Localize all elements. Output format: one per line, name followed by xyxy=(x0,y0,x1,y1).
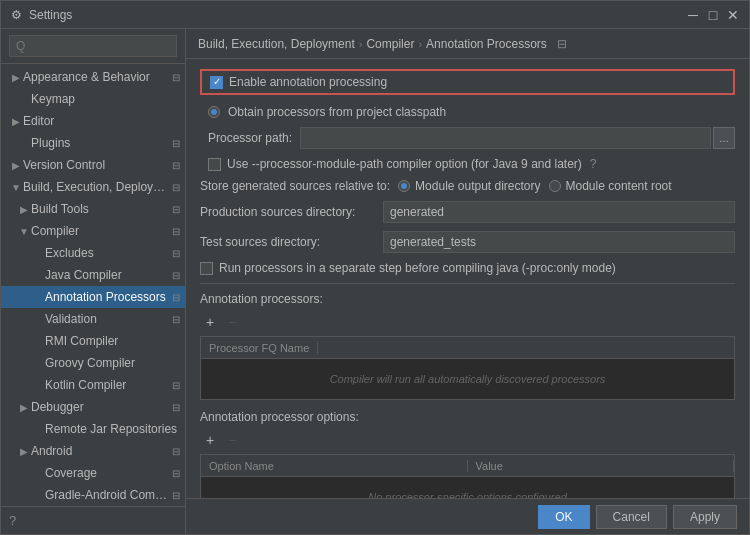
obtain-processors-label: Obtain processors from project classpath xyxy=(228,105,446,119)
annotation-processor-options-toolbar: + − xyxy=(200,430,735,450)
annotation-processors-table: Processor FQ Name Compiler will run all … xyxy=(200,336,735,400)
sidebar-item-rmi-compiler[interactable]: ▶ RMI Compiler xyxy=(1,330,185,352)
sidebar-item-coverage[interactable]: ▶ Coverage ⊟ xyxy=(1,462,185,484)
settings-ext-icon: ⊟ xyxy=(169,444,183,458)
store-generated-row: Store generated sources relative to: Mod… xyxy=(200,179,735,193)
arrow-icon: ▶ xyxy=(9,114,23,128)
cancel-button[interactable]: Cancel xyxy=(596,505,667,529)
annotation-processor-options-hint: No processor-specific options configured xyxy=(368,491,567,498)
value-header: Value xyxy=(468,460,735,472)
enable-annotation-checkbox-group: Enable annotation processing xyxy=(210,75,387,89)
processor-path-input[interactable] xyxy=(300,127,711,149)
module-content-radio[interactable] xyxy=(549,180,561,192)
annotation-processors-hint: Compiler will run all automatically disc… xyxy=(330,373,606,385)
title-bar: ⚙ Settings ─ □ ✕ xyxy=(1,1,749,29)
settings-ext-icon: ⊟ xyxy=(169,180,183,194)
settings-ext-icon: ⊟ xyxy=(169,268,183,282)
sidebar-item-excludes[interactable]: ▶ Excludes ⊟ xyxy=(1,242,185,264)
remove-option-button[interactable]: − xyxy=(222,430,242,450)
sidebar-item-debugger[interactable]: ▶ Debugger ⊟ xyxy=(1,396,185,418)
run-processors-row: Run processors in a separate step before… xyxy=(200,261,735,275)
settings-ext-icon: ⊟ xyxy=(169,246,183,260)
sidebar-item-kotlin-compiler[interactable]: ▶ Kotlin Compiler ⊟ xyxy=(1,374,185,396)
settings-ext-icon: ⊟ xyxy=(169,224,183,238)
settings-ext-icon: ⊟ xyxy=(169,136,183,150)
annotation-processors-toolbar: + − xyxy=(200,312,735,332)
add-processor-button[interactable]: + xyxy=(200,312,220,332)
sidebar-item-remote-jar[interactable]: ▶ Remote Jar Repositories xyxy=(1,418,185,440)
remove-processor-button[interactable]: − xyxy=(222,312,242,332)
annotation-processor-options-table-body: No processor-specific options configured xyxy=(201,477,734,498)
annotation-processors-section-label: Annotation processors: xyxy=(200,292,735,306)
sidebar-item-android[interactable]: ▶ Android ⊟ xyxy=(1,440,185,462)
sidebar-item-appearance[interactable]: ▶ Appearance & Behavior ⊟ xyxy=(1,66,185,88)
panel-content: Enable annotation processing Obtain proc… xyxy=(186,59,749,498)
help-icon[interactable]: ? xyxy=(9,513,16,528)
module-output-label: Module output directory xyxy=(415,179,540,193)
window-icon: ⚙ xyxy=(9,8,23,22)
sidebar-item-editor[interactable]: ▶ Editor xyxy=(1,110,185,132)
sidebar-bottom: ? xyxy=(1,506,185,534)
module-path-checkbox[interactable] xyxy=(208,158,221,171)
settings-ext-icon: ⊟ xyxy=(169,400,183,414)
arrow-icon: ▶ xyxy=(9,158,23,172)
ok-button[interactable]: OK xyxy=(538,505,589,529)
settings-ext-icon: ⊟ xyxy=(169,202,183,216)
run-processors-label: Run processors in a separate step before… xyxy=(219,261,616,275)
processor-path-browse-btn[interactable]: … xyxy=(713,127,735,149)
settings-ext-icon: ⊟ xyxy=(169,378,183,392)
search-input[interactable] xyxy=(9,35,177,57)
sidebar-item-gradle-android[interactable]: ▶ Gradle-Android Compiler ⊟ xyxy=(1,484,185,506)
module-output-radio-item[interactable]: Module output directory xyxy=(398,179,540,193)
processor-fq-name-header: Processor FQ Name xyxy=(201,342,318,354)
module-content-label: Module content root xyxy=(566,179,672,193)
sidebar-item-annotation-processors[interactable]: ▶ Annotation Processors ⊟ xyxy=(1,286,185,308)
sidebar-item-plugins[interactable]: ▶ Plugins ⊟ xyxy=(1,132,185,154)
sidebar-item-compiler[interactable]: ▼ Compiler ⊟ xyxy=(1,220,185,242)
sidebar-item-java-compiler[interactable]: ▶ Java Compiler ⊟ xyxy=(1,264,185,286)
settings-ext-icon: ⊟ xyxy=(169,158,183,172)
annotation-processors-table-body: Compiler will run all automatically disc… xyxy=(201,359,734,399)
test-sources-row: Test sources directory: xyxy=(200,231,735,253)
test-sources-input[interactable] xyxy=(383,231,735,253)
sidebar-item-groovy-compiler[interactable]: ▶ Groovy Compiler xyxy=(1,352,185,374)
add-option-button[interactable]: + xyxy=(200,430,220,450)
settings-ext-icon: ⊟ xyxy=(169,466,183,480)
sidebar-item-build-exec[interactable]: ▼ Build, Execution, Deployment ⊟ xyxy=(1,176,185,198)
enable-annotation-row: Enable annotation processing xyxy=(200,69,735,95)
help-icon[interactable]: ? xyxy=(590,157,597,171)
module-content-radio-item[interactable]: Module content root xyxy=(549,179,672,193)
sidebar-item-build-tools[interactable]: ▶ Build Tools ⊟ xyxy=(1,198,185,220)
arrow-icon: ▶ xyxy=(17,202,31,216)
title-bar-controls: ─ □ ✕ xyxy=(685,7,741,23)
sidebar-item-validation[interactable]: ▶ Validation ⊟ xyxy=(1,308,185,330)
minimize-button[interactable]: ─ xyxy=(685,7,701,23)
settings-ext-icon: ⊟ xyxy=(169,290,183,304)
sidebar-item-version-control[interactable]: ▶ Version Control ⊟ xyxy=(1,154,185,176)
breadcrumb-menu-icon[interactable]: ⊟ xyxy=(557,37,567,51)
obtain-processors-radio[interactable] xyxy=(208,106,220,118)
sidebar-item-keymap[interactable]: ▶ Keymap xyxy=(1,88,185,110)
close-button[interactable]: ✕ xyxy=(725,7,741,23)
arrow-icon: ▶ xyxy=(17,444,31,458)
annotation-processor-options-table-header: Option Name Value xyxy=(201,455,734,477)
production-sources-input[interactable] xyxy=(383,201,735,223)
module-output-radio[interactable] xyxy=(398,180,410,192)
enable-annotation-checkbox[interactable] xyxy=(210,76,223,89)
breadcrumb-sep-2: › xyxy=(418,38,422,50)
apply-button[interactable]: Apply xyxy=(673,505,737,529)
sidebar: ▶ Appearance & Behavior ⊟ ▶ Keymap ▶ Edi… xyxy=(1,29,186,534)
module-path-row: Use --processor-module-path compiler opt… xyxy=(200,157,735,171)
run-processors-checkbox[interactable] xyxy=(200,262,213,275)
settings-ext-icon: ⊟ xyxy=(169,70,183,84)
production-sources-row: Production sources directory: xyxy=(200,201,735,223)
processor-path-label: Processor path: xyxy=(208,131,292,145)
window-title: Settings xyxy=(29,8,72,22)
separator-1 xyxy=(200,283,735,284)
footer: OK Cancel Apply xyxy=(186,498,749,534)
production-sources-label: Production sources directory: xyxy=(200,205,375,219)
right-panel: Build, Execution, Deployment › Compiler … xyxy=(186,29,749,534)
maximize-button[interactable]: □ xyxy=(705,7,721,23)
arrow-icon: ▼ xyxy=(17,224,31,238)
arrow-icon: ▼ xyxy=(9,180,23,194)
